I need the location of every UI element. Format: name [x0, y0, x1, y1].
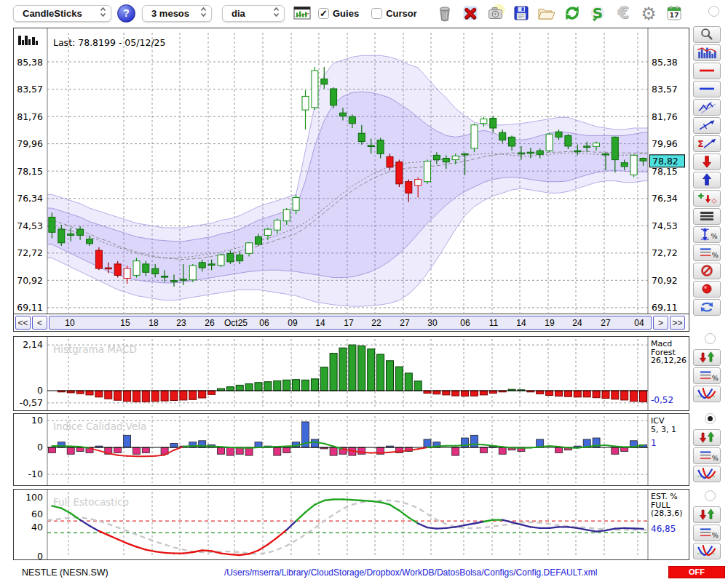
- chart-type-select[interactable]: CandleSticks: [13, 5, 111, 22]
- lines-percent-button-3[interactable]: %: [693, 525, 721, 541]
- zigzag-channel-tool-button[interactable]: [693, 99, 721, 116]
- delete-button[interactable]: [460, 3, 480, 23]
- help-button[interactable]: ?: [117, 4, 135, 23]
- record-tool-button[interactable]: [693, 281, 721, 298]
- range-percent-tool-button[interactable]: %: [693, 226, 721, 243]
- checkbox-box: ✓: [318, 8, 329, 19]
- svg-text:Σ: Σ: [697, 139, 703, 149]
- indicator-radio-2[interactable]: [705, 413, 716, 424]
- camera-button[interactable]: [486, 3, 506, 23]
- calendar-button[interactable]: 17: [664, 3, 684, 23]
- down-arrow-tool-button[interactable]: [693, 154, 721, 170]
- svg-text:⚙: ⚙: [641, 4, 657, 23]
- date-tick: 11: [489, 318, 498, 328]
- date-navigation: << < 1015182326Oct2506091417222730061114…: [14, 314, 689, 331]
- curves-button-2[interactable]: [693, 466, 721, 482]
- date-tick: 30: [427, 318, 437, 328]
- svg-text:%: %: [712, 531, 719, 539]
- svg-text:0: 0: [37, 551, 43, 559]
- svg-text:70,92: 70,92: [652, 275, 678, 286]
- interval-value: dia: [232, 8, 245, 19]
- svg-text:81,76: 81,76: [17, 111, 43, 122]
- macd-chart[interactable]: Histgrama MACDMacdForest26,12,26-0,522,1…: [14, 337, 689, 410]
- nav-last-button[interactable]: >>: [670, 316, 685, 330]
- svg-text:74,53: 74,53: [17, 220, 43, 231]
- levels-tool-button[interactable]: [693, 208, 721, 225]
- date-tick: 27: [601, 318, 610, 328]
- trash-button[interactable]: [435, 3, 455, 23]
- curves-button-1[interactable]: [693, 386, 721, 402]
- open-folder-button[interactable]: [537, 3, 557, 23]
- svg-text:60: 60: [31, 509, 43, 519]
- zoom-tool-button[interactable]: [693, 26, 721, 43]
- indicator-radio-1[interactable]: [705, 333, 716, 344]
- gear-button[interactable]: ⚙: [638, 3, 659, 23]
- arrows-updown-button-2[interactable]: [693, 429, 721, 446]
- date-tick: 15: [120, 318, 130, 328]
- curves-button-3[interactable]: [693, 543, 721, 559]
- indicator-group-3: %: [692, 490, 728, 561]
- save-button[interactable]: [511, 3, 531, 23]
- euro-button[interactable]: €€: [613, 3, 633, 23]
- chart-type-value: CandleSticks: [23, 8, 82, 19]
- indicator-group-1: %: [692, 333, 728, 404]
- arrows-updown-button-3[interactable]: [693, 506, 721, 523]
- trend-arrow-tool-button[interactable]: [693, 117, 721, 134]
- svg-text:26,12,26: 26,12,26: [651, 356, 687, 365]
- date-tick: 22: [371, 318, 381, 328]
- date-tick: 18: [149, 318, 158, 328]
- mini-chart-button[interactable]: [292, 3, 312, 23]
- svg-text:74,53: 74,53: [652, 220, 678, 231]
- toolbar-icon-group: S€€⚙17: [435, 3, 684, 23]
- up-arrow-tool-button[interactable]: [693, 172, 721, 188]
- arrows-updown-button-1[interactable]: [693, 349, 721, 366]
- sigma-trend-tool-button[interactable]: Σ: [693, 135, 721, 152]
- watermark: Indice Calidad Vela: [53, 420, 146, 432]
- price-chart[interactable]: 85,3885,3883,5783,5781,7681,7679,9679,96…: [14, 28, 689, 314]
- svg-text:-10: -10: [28, 469, 43, 479]
- svg-text:%: %: [712, 454, 719, 462]
- period-select[interactable]: 3 mesos: [142, 5, 212, 22]
- icv-chart[interactable]: Indice Calidad VelaICV5, 3, 11100-10: [14, 414, 689, 485]
- config-path: /Users/mserra/Library/CloudStorage/Dropb…: [224, 567, 597, 578]
- lines-percent-button-1[interactable]: %: [693, 367, 721, 384]
- svg-text:(28,3,6): (28,3,6): [651, 509, 683, 518]
- off-button[interactable]: OFF: [668, 566, 725, 578]
- volume-chart-tool-button[interactable]: [693, 44, 721, 61]
- date-tick: 26: [205, 318, 214, 328]
- date-tick: 27: [400, 318, 409, 328]
- cursor-checkbox[interactable]: Cursor: [371, 8, 417, 19]
- blue-line-tool-button[interactable]: [693, 81, 721, 97]
- svg-text:100: 100: [25, 492, 43, 503]
- cursor-label: Cursor: [386, 8, 417, 19]
- svg-text:76,34: 76,34: [652, 193, 678, 204]
- lines-percent-button-2[interactable]: %: [693, 447, 721, 464]
- indicator-value: -0,52: [651, 395, 673, 405]
- svg-text:17: 17: [669, 11, 678, 19]
- forbidden-tool-button[interactable]: [693, 263, 721, 279]
- red-line-tool-button[interactable]: [693, 63, 721, 79]
- nav-first-button[interactable]: <<: [15, 316, 31, 330]
- indicator-radio-3[interactable]: [705, 490, 716, 501]
- refresh-green-button[interactable]: [562, 3, 582, 23]
- date-tick: 17: [344, 318, 353, 328]
- interval-select[interactable]: dia: [222, 5, 285, 22]
- svg-text:72,72: 72,72: [652, 247, 678, 258]
- guides-checkbox[interactable]: ✓ Guies: [318, 8, 359, 19]
- date-tick: 06: [259, 318, 269, 328]
- date-tick: 19: [545, 318, 554, 328]
- lines-percent-tool-button[interactable]: %: [693, 244, 721, 261]
- sync-button[interactable]: S: [587, 3, 608, 23]
- nav-next-button[interactable]: >: [653, 316, 668, 330]
- signals-tool-button[interactable]: [693, 190, 721, 207]
- date-axis-strip[interactable]: 1015182326Oct250609141722273006111419242…: [49, 316, 652, 330]
- top-right-radio[interactable]: [708, 6, 719, 17]
- date-tick: 23: [176, 318, 186, 328]
- svg-text:72,72: 72,72: [17, 247, 43, 258]
- refresh-blue-tool-button[interactable]: [693, 299, 721, 316]
- stochastic-chart[interactable]: Full EstocasticoEST. %FULL(28,3,6)46,851…: [14, 490, 689, 559]
- svg-text:76,34: 76,34: [17, 193, 43, 204]
- svg-text:70,92: 70,92: [17, 275, 43, 286]
- nav-prev-button[interactable]: <: [32, 316, 47, 330]
- svg-text:85,38: 85,38: [652, 57, 678, 68]
